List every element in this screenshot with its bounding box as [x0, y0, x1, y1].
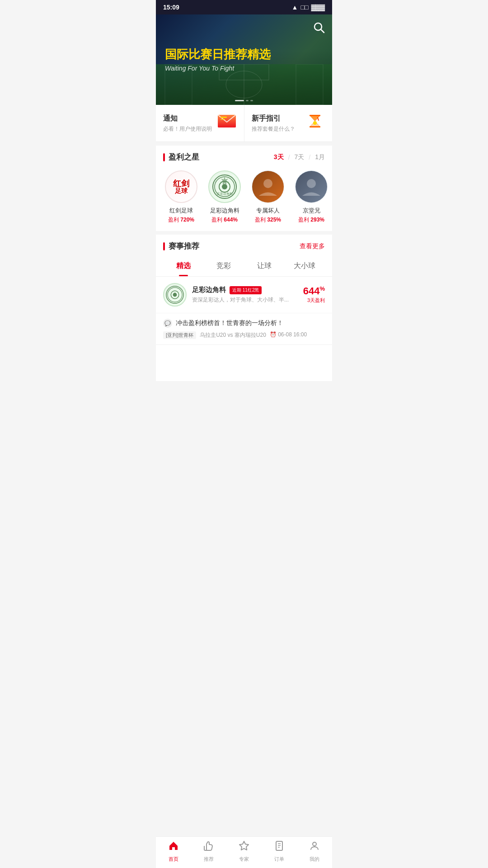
banner-dot-2	[250, 100, 253, 101]
match-recommend-title: 赛事推荐	[163, 241, 199, 251]
envelope-icon	[217, 113, 237, 133]
profit-number: 644%	[303, 286, 325, 296]
star-profit-3: 盈利 325%	[250, 216, 286, 224]
match-preview[interactable]: 💬 冲击盈利榜榜首！世青赛的一场分析！ [亚判]世青杯 乌拉圭U20 vs 塞内…	[156, 313, 332, 345]
filter-1month[interactable]: 1月	[315, 153, 325, 161]
profit-stars-list: 红剑 足球 红剑足球 盈利 720% 足彩边角料 足彩边角料 盈利 644%	[156, 167, 332, 231]
svg-point-25	[173, 293, 177, 297]
preview-subtitle: [亚判]世青杯 乌拉圭U20 vs 塞内瑞拉U20 ⏰ 06-08 16:00	[163, 331, 325, 339]
notice-item-notification[interactable]: 通知 必看！用户使用说明	[156, 105, 244, 142]
hero-text: 国际比赛日推荐精选 Waiting For You To Fight	[165, 47, 271, 71]
tab-handicap[interactable]: 让球	[244, 256, 285, 276]
notice-title-2: 新手指引	[252, 114, 295, 123]
notice-item-guide[interactable]: 新手指引 推荐套餐是什么？	[244, 105, 333, 142]
star-item-2[interactable]: 足彩边角料 足彩边角料 盈利 644%	[206, 170, 243, 224]
expert-name: 足彩边角料	[192, 286, 226, 294]
star-profit-4: 盈利 293%	[293, 216, 329, 224]
svg-rect-9	[221, 117, 227, 118]
star-profit-2: 盈利 644%	[206, 216, 243, 224]
star-profit-1: 盈利 720%	[163, 216, 199, 224]
hero-banner: 国际比赛日推荐精选 Waiting For You To Fight	[156, 14, 332, 105]
profit-stars-header: 盈利之星 3天 / 7天 / 1月	[156, 146, 332, 167]
status-icons: ▲ □□ ▓▓▓	[292, 4, 325, 11]
match-recommend-header: 赛事推荐 查看更多	[156, 235, 332, 256]
expert-badge: 近期 11红2黑	[230, 286, 262, 294]
star-avatar-3	[252, 170, 284, 203]
expert-card[interactable]: 足彩边角料 近期 11红2黑 资深足彩达人，对于角球、大小球、半... 644%…	[156, 277, 332, 313]
star-name-4: 京堂兄	[293, 207, 329, 215]
star-item-4[interactable]: 京堂兄 盈利 293%	[293, 170, 329, 224]
star-name-2: 足彩边角料	[206, 207, 243, 215]
svg-point-21	[307, 179, 316, 188]
match-tabs: 精选 竞彩 让球 大小球	[156, 256, 332, 277]
star-avatar-1: 红剑 足球	[165, 170, 197, 203]
hero-subtitle: Waiting For You To Fight	[165, 65, 271, 72]
filter-3days[interactable]: 3天	[274, 153, 284, 161]
hourglass-icon	[305, 111, 325, 135]
star-name-3: 专属坏人	[250, 207, 286, 215]
search-icon[interactable]	[313, 22, 325, 36]
hero-title: 国际比赛日推荐精选	[165, 47, 271, 61]
svg-rect-11	[310, 115, 320, 116]
status-bar: 15:09 ▲ □□ ▓▓▓	[156, 0, 332, 14]
star-item-1[interactable]: 红剑 足球 红剑足球 盈利 720%	[163, 170, 199, 224]
match-teams: 乌拉圭U20 vs 塞内瑞拉U20	[200, 331, 266, 339]
profit-stars-filter: 3天 / 7天 / 1月	[274, 153, 325, 161]
profit-stars-title: 盈利之星	[163, 152, 199, 162]
star-item-3[interactable]: 专属坏人 盈利 325%	[250, 170, 286, 224]
expert-info: 足彩边角料 近期 11红2黑 资深足彩达人，对于角球、大小球、半...	[192, 286, 298, 304]
notice-desc-1: 必看！用户使用说明	[163, 125, 212, 133]
see-more-link[interactable]: 查看更多	[300, 242, 325, 250]
match-recommend-section: 赛事推荐 查看更多 精选 竞彩 让球 大小球 足彩边角料 近期 11红2黑 资深…	[156, 235, 332, 381]
filter-7days[interactable]: 7天	[295, 153, 305, 161]
banner-dots	[235, 100, 253, 101]
svg-point-13	[313, 121, 317, 125]
svg-point-18	[222, 184, 227, 189]
notice-row: 通知 必看！用户使用说明 新手指引 推荐套餐是什么？	[156, 105, 332, 142]
svg-rect-10	[221, 119, 225, 120]
preview-icon: 💬	[163, 319, 172, 328]
banner-dot-active	[235, 100, 244, 101]
svg-text:足彩边角料: 足彩边角料	[217, 192, 233, 196]
preview-title: 冲击盈利榜榜首！世青赛的一场分析！	[176, 319, 283, 327]
profit-stars-section: 盈利之星 3天 / 7天 / 1月 红剑 足球 红剑足球 盈利 720%	[156, 146, 332, 231]
svg-rect-4	[296, 64, 323, 105]
svg-rect-12	[310, 126, 320, 127]
notice-title-1: 通知	[163, 114, 212, 123]
star-name-1: 红剑足球	[163, 207, 199, 215]
expert-desc: 资深足彩达人，对于角球、大小球、半...	[192, 296, 298, 304]
tab-featured[interactable]: 精选	[163, 256, 204, 276]
profit-label: 3天盈利	[303, 297, 325, 304]
banner-dot-1	[246, 100, 249, 101]
expert-avatar	[163, 283, 187, 307]
status-time: 15:09	[163, 4, 179, 11]
svg-point-20	[263, 179, 272, 188]
star-avatar-2: 足彩边角料	[208, 170, 241, 203]
tab-total[interactable]: 大小球	[285, 256, 325, 276]
svg-line-14	[318, 118, 319, 120]
notice-desc-2: 推荐套餐是什么？	[252, 125, 295, 133]
svg-line-6	[321, 29, 324, 33]
match-time: ⏰ 06-08 16:00	[270, 331, 307, 339]
expert-profit: 644% 3天盈利	[303, 286, 325, 304]
tab-competition[interactable]: 竞彩	[204, 256, 244, 276]
star-avatar-4	[295, 170, 328, 203]
match-tag-league: [亚判]世青杯	[163, 331, 196, 339]
